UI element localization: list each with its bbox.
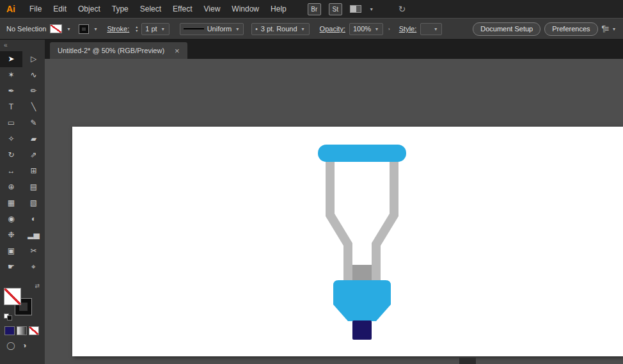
- gradient-tool[interactable]: ▧: [22, 195, 45, 211]
- opacity-panel-link[interactable]: Opacity:: [320, 25, 345, 33]
- chevron-down-icon[interactable]: ▾: [161, 26, 166, 32]
- crutch-underarm-pad[interactable]: [318, 145, 406, 162]
- fill-stroke-indicator: ⇄: [4, 283, 41, 319]
- draw-mode-row: ◯ ◑: [6, 341, 45, 350]
- zoom-tool[interactable]: ⌖: [22, 259, 45, 275]
- chevron-right-icon[interactable]: ›: [387, 26, 391, 32]
- curvature-tool[interactable]: ✏: [22, 83, 45, 99]
- width-tool[interactable]: ↔: [0, 163, 22, 179]
- artboard-tool[interactable]: ▣: [0, 243, 22, 259]
- magic-wand-tool[interactable]: ✶: [0, 67, 22, 83]
- artboard[interactable]: [72, 127, 623, 356]
- menu-item-view[interactable]: View: [198, 4, 226, 13]
- control-panel-menu-icon[interactable]: ¶≡: [602, 24, 608, 33]
- canvas-pasteboard[interactable]: [45, 59, 623, 364]
- chevron-down-icon[interactable]: ▾: [93, 26, 98, 32]
- fill-color-swatch[interactable]: [50, 24, 62, 33]
- document-tab[interactable]: Untitled-2* @ 50% (RGB/Preview) ×: [50, 42, 187, 59]
- shape-builder-tool[interactable]: ⊕: [0, 179, 22, 195]
- stroke-weight-value: 1 pt: [145, 25, 157, 33]
- blend-tool[interactable]: ◐: [22, 211, 45, 227]
- menu-item-object[interactable]: Object: [72, 4, 106, 13]
- crutch-rubber-tip[interactable]: [352, 320, 372, 340]
- paintbrush-tool[interactable]: ✎: [22, 115, 45, 131]
- opacity-dropdown[interactable]: 100% ▾: [349, 23, 383, 35]
- width-profile-value: Uniform: [207, 25, 232, 33]
- default-swatches-icon-back[interactable]: [7, 315, 12, 320]
- opacity-value: 100%: [353, 25, 371, 33]
- eyedropper-tool[interactable]: ◉: [0, 211, 22, 227]
- app-logo: Ai: [0, 4, 24, 14]
- horizontal-scrollbar-thumb[interactable]: [459, 358, 476, 364]
- brush-preview-dot: •: [255, 26, 258, 33]
- crutch-illustration: [72, 127, 623, 356]
- line-segment-tool[interactable]: ╲: [22, 99, 45, 115]
- menu-item-help[interactable]: Help: [265, 4, 292, 13]
- control-bar: No Selection ▾ ▾ Stroke: ▴ ▾ 1 pt ▾ Unif…: [0, 18, 623, 40]
- close-icon[interactable]: ×: [175, 46, 180, 56]
- chevron-down-icon[interactable]: ▾: [66, 26, 71, 32]
- stepper-down-icon[interactable]: ▾: [136, 29, 138, 33]
- tool-grid: ➤ ▷ ✶ ∿ ✒ ✏ T ╲ ▭ ✎ ✧ ▰ ↻ ⇗ ↔ ⊞ ⊕ ▤ ▦ ▧ …: [0, 51, 45, 275]
- chevron-down-icon[interactable]: ▾: [433, 26, 438, 32]
- stroke-weight-dropdown[interactable]: 1 pt ▾: [141, 23, 169, 35]
- crutch-left-leg[interactable]: [330, 156, 348, 287]
- stroke-panel-link[interactable]: Stroke:: [107, 25, 129, 33]
- crutch-right-leg[interactable]: [376, 156, 394, 287]
- selection-tool[interactable]: ➤: [0, 51, 22, 67]
- hand-tool[interactable]: ☛: [0, 259, 22, 275]
- menu-item-window[interactable]: Window: [226, 4, 265, 13]
- brush-definition-dropdown[interactable]: • 3 pt. Round ▾: [251, 23, 309, 35]
- free-transform-tool[interactable]: ⊞: [22, 163, 45, 179]
- menu-bar: Ai File Edit Object Type Select Effect V…: [0, 0, 623, 18]
- document-setup-button[interactable]: Document Setup: [473, 22, 540, 36]
- draw-mode-icon[interactable]: ◯: [6, 341, 15, 350]
- style-panel-link[interactable]: Style:: [399, 25, 417, 33]
- gradient-button[interactable]: [17, 326, 27, 335]
- style-dropdown[interactable]: ▾: [420, 23, 442, 35]
- none-button[interactable]: [29, 326, 39, 335]
- menu-item-select[interactable]: Select: [134, 4, 167, 13]
- bridge-button[interactable]: Br: [308, 3, 321, 15]
- type-tool[interactable]: T: [0, 99, 22, 115]
- preferences-button[interactable]: Preferences: [544, 22, 597, 36]
- lasso-tool[interactable]: ∿: [22, 67, 45, 83]
- sync-settings-icon[interactable]: ↻: [398, 4, 406, 14]
- shaper-tool[interactable]: ✧: [0, 131, 22, 147]
- column-graph-tool[interactable]: ▂▅: [22, 227, 45, 243]
- rotate-tool[interactable]: ↻: [0, 147, 22, 163]
- direct-selection-tool[interactable]: ▷: [22, 51, 45, 67]
- chevron-down-icon[interactable]: ▾: [374, 26, 379, 32]
- perspective-grid-tool[interactable]: ▤: [22, 179, 45, 195]
- menu-bar-right: Br St ▾ ↻: [308, 3, 406, 15]
- panel-collapse-icon[interactable]: «: [0, 40, 45, 51]
- pen-tool[interactable]: ✒: [0, 83, 22, 99]
- scale-tool[interactable]: ⇗: [22, 147, 45, 163]
- menu-item-type[interactable]: Type: [106, 4, 134, 13]
- chevron-down-icon[interactable]: ▾: [235, 26, 240, 32]
- menu-item-file[interactable]: File: [24, 4, 47, 13]
- color-button[interactable]: [4, 326, 15, 335]
- brush-definition-value: 3 pt. Round: [261, 25, 297, 33]
- swap-fill-stroke-icon[interactable]: ⇄: [35, 283, 40, 289]
- illustrator-window: Ai File Edit Object Type Select Effect V…: [0, 0, 623, 364]
- eraser-tool[interactable]: ▰: [22, 131, 45, 147]
- mesh-tool[interactable]: ▦: [0, 195, 22, 211]
- screen-mode-icon[interactable]: ◑: [22, 341, 26, 350]
- stroke-weight-stepper[interactable]: ▴ ▾: [136, 25, 138, 33]
- stroke-color-swatch[interactable]: [79, 24, 89, 34]
- chevron-down-icon[interactable]: ▾: [369, 6, 374, 12]
- workspace-switcher-icon[interactable]: [350, 5, 361, 13]
- chevron-down-icon[interactable]: ▾: [611, 26, 617, 32]
- chevron-down-icon[interactable]: ▾: [301, 26, 306, 32]
- stock-button[interactable]: St: [329, 3, 342, 15]
- tools-panel: « ➤ ▷ ✶ ∿ ✒ ✏ T ╲ ▭ ✎ ✧ ▰ ↻ ⇗ ↔ ⊞ ⊕ ▤ ▦ …: [0, 40, 45, 364]
- rectangle-tool[interactable]: ▭: [0, 115, 22, 131]
- fill-swatch[interactable]: [4, 288, 21, 305]
- slice-tool[interactable]: ✂: [22, 243, 45, 259]
- menu-item-edit[interactable]: Edit: [47, 4, 72, 13]
- crutch-hand-grip[interactable]: [333, 280, 391, 321]
- symbol-sprayer-tool[interactable]: ❉: [0, 227, 22, 243]
- menu-item-effect[interactable]: Effect: [167, 4, 198, 13]
- width-profile-dropdown[interactable]: Uniform ▾: [180, 23, 244, 35]
